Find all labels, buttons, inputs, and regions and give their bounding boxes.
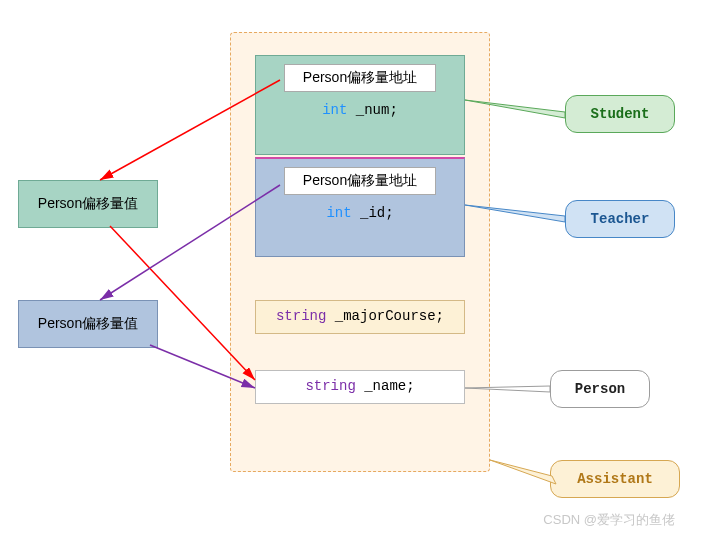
student-callout: Student bbox=[565, 95, 675, 133]
name-type: string bbox=[305, 378, 355, 394]
watermark-text: CSDN @爱学习的鱼佬 bbox=[543, 512, 675, 527]
teacher-addr-label: Person偏移量地址 bbox=[303, 172, 417, 188]
offset-value-2-label: Person偏移量值 bbox=[38, 315, 138, 331]
student-addr-label: Person偏移量地址 bbox=[303, 69, 417, 85]
teacher-member-name: _id; bbox=[360, 205, 394, 221]
teacher-member: int _id; bbox=[256, 195, 464, 229]
name-name: _name; bbox=[364, 378, 414, 394]
offset-value-1: Person偏移量值 bbox=[18, 180, 158, 228]
watermark: CSDN @爱学习的鱼佬 bbox=[543, 511, 675, 529]
person-callout-label: Person bbox=[575, 381, 625, 397]
assistant-callout-label: Assistant bbox=[577, 471, 653, 487]
offset-value-1-label: Person偏移量值 bbox=[38, 195, 138, 211]
teacher-callout-label: Teacher bbox=[591, 211, 650, 227]
teacher-addr-box: Person偏移量地址 bbox=[284, 167, 436, 195]
teacher-section: Person偏移量地址 int _id; bbox=[255, 157, 465, 257]
major-field: string _majorCourse; bbox=[255, 300, 465, 334]
teacher-callout: Teacher bbox=[565, 200, 675, 238]
teacher-member-type: int bbox=[326, 205, 351, 221]
student-member-name: _num; bbox=[356, 102, 398, 118]
tail-assistant bbox=[490, 460, 556, 484]
student-addr-box: Person偏移量地址 bbox=[284, 64, 436, 92]
student-callout-label: Student bbox=[591, 106, 650, 122]
major-name: _majorCourse; bbox=[335, 308, 444, 324]
offset-value-2: Person偏移量值 bbox=[18, 300, 158, 348]
student-member-type: int bbox=[322, 102, 347, 118]
assistant-callout: Assistant bbox=[550, 460, 680, 498]
student-section: Person偏移量地址 int _num; bbox=[255, 55, 465, 155]
student-member: int _num; bbox=[256, 92, 464, 126]
name-field: string _name; bbox=[255, 370, 465, 404]
major-type: string bbox=[276, 308, 326, 324]
person-callout: Person bbox=[550, 370, 650, 408]
